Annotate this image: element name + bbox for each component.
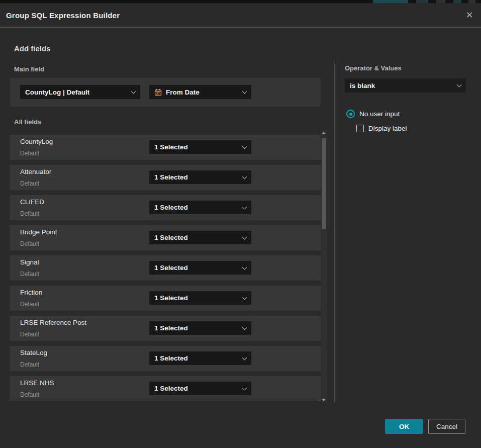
field-selected-value: 1 Selected [154, 204, 188, 211]
operator-select-value: is blank [350, 82, 375, 89]
field-selected-dropdown[interactable]: 1 Selected [149, 351, 251, 365]
field-subtitle: Default [20, 391, 39, 398]
field-subtitle: Default [20, 361, 39, 368]
field-subtitle: Default [20, 271, 39, 278]
all-fields-list: CountyLog Default 1 Selected Attenuator … [10, 135, 321, 406]
checkbox-icon[interactable] [356, 125, 364, 132]
close-icon[interactable]: ✕ [463, 9, 476, 22]
field-row: Signal Default 1 Selected [10, 255, 321, 281]
field-subtitle: Default [20, 301, 39, 308]
field-row: StateLog Default 1 Selected [10, 346, 321, 371]
field-subtitle: Default [20, 210, 39, 217]
chevron-down-icon [242, 204, 247, 209]
field-name: LRSE NHS [20, 379, 54, 387]
dialog-titlebar: Group SQL Expression Builder ✕ [0, 3, 481, 28]
chevron-down-icon [457, 82, 462, 87]
field-selected-value: 1 Selected [154, 143, 188, 151]
field-selected-dropdown[interactable]: 1 Selected [149, 382, 251, 395]
dataset-select[interactable]: CountyLog | Default [20, 85, 140, 99]
chevron-down-icon [242, 325, 247, 330]
field-name: CountyLog [20, 138, 53, 145]
scrollbar-up-arrow-icon[interactable] [322, 132, 326, 134]
chevron-down-icon [131, 89, 136, 94]
chevron-down-icon [242, 174, 247, 179]
field-selected-value: 1 Selected [154, 324, 188, 332]
field-name: CLIFED [20, 198, 44, 206]
field-name: Attenuator [20, 168, 51, 175]
panel-divider [334, 63, 335, 403]
field-name: Bridge Point [20, 228, 57, 236]
display-label-label: Display label [368, 125, 407, 132]
main-field-select[interactable]: From Date [149, 85, 251, 99]
chevron-down-icon [242, 234, 247, 239]
field-selected-dropdown[interactable]: 1 Selected [149, 231, 251, 244]
all-fields-label: All fields [14, 118, 41, 126]
calendar-icon [154, 88, 162, 96]
field-name: LRSE Reference Post [20, 319, 86, 326]
scrollbar-down-arrow-icon[interactable] [322, 399, 326, 401]
field-selected-value: 1 Selected [154, 173, 188, 181]
chevron-down-icon [242, 89, 247, 94]
field-row: CLIFED Default 1 Selected [10, 195, 321, 220]
scrollbar-thumb[interactable] [322, 138, 326, 229]
field-selected-dropdown[interactable]: 1 Selected [149, 261, 251, 275]
field-selected-dropdown[interactable]: 1 Selected [149, 140, 251, 154]
field-selected-value: 1 Selected [154, 294, 188, 302]
no-user-input-radio[interactable]: No user input [346, 110, 400, 118]
field-subtitle: Default [20, 150, 39, 157]
chevron-down-icon [242, 144, 247, 149]
field-subtitle: Default [20, 180, 39, 187]
field-name: Friction [20, 289, 42, 296]
field-selected-value: 1 Selected [154, 234, 188, 241]
field-subtitle: Default [20, 240, 39, 247]
field-row: Bridge Point Default 1 Selected [10, 225, 321, 250]
operator-values-heading: Operator & Values [345, 64, 402, 72]
list-scroll-edge [13, 401, 326, 401]
fields-scrollbar[interactable] [321, 130, 327, 403]
add-fields-heading: Add fields [14, 44, 51, 53]
field-selected-value: 1 Selected [154, 354, 188, 362]
field-selected-dropdown[interactable]: 1 Selected [149, 201, 251, 214]
field-name: Signal [20, 258, 39, 266]
chevron-down-icon [242, 355, 247, 360]
group-sql-expression-builder-dialog: Group SQL Expression Builder ✕ Add field… [0, 0, 481, 448]
field-selected-dropdown[interactable]: 1 Selected [149, 291, 251, 305]
chevron-down-icon [242, 295, 247, 300]
no-user-input-label: No user input [359, 110, 400, 118]
field-row: CountyLog Default 1 Selected [10, 135, 321, 160]
field-selected-value: 1 Selected [154, 385, 188, 392]
field-subtitle: Default [20, 331, 39, 338]
operator-select[interactable]: is blank [345, 78, 466, 93]
field-row: Friction Default 1 Selected [10, 286, 321, 311]
field-selected-dropdown[interactable]: 1 Selected [149, 170, 251, 184]
cancel-button[interactable]: Cancel [428, 419, 465, 434]
ok-button[interactable]: OK [385, 419, 423, 434]
main-field-select-value: From Date [166, 88, 200, 96]
dialog-title: Group SQL Expression Builder [0, 11, 120, 20]
display-label-checkbox[interactable]: Display label [356, 125, 407, 132]
field-selected-dropdown[interactable]: 1 Selected [149, 321, 251, 335]
field-row: Attenuator Default 1 Selected [10, 165, 321, 190]
chevron-down-icon [242, 264, 247, 270]
radio-icon[interactable] [346, 110, 355, 118]
field-row: LRSE NHS Default 1 Selected [10, 376, 321, 401]
field-row: LRSE Reference Post Default 1 Selected [10, 316, 321, 341]
chevron-down-icon [242, 385, 247, 390]
field-selected-value: 1 Selected [154, 264, 188, 272]
main-field-label: Main field [14, 65, 44, 73]
field-name: StateLog [20, 349, 47, 356]
main-field-box: CountyLog | Default From Date [10, 78, 321, 107]
dataset-select-value: CountyLog | Default [25, 88, 89, 96]
